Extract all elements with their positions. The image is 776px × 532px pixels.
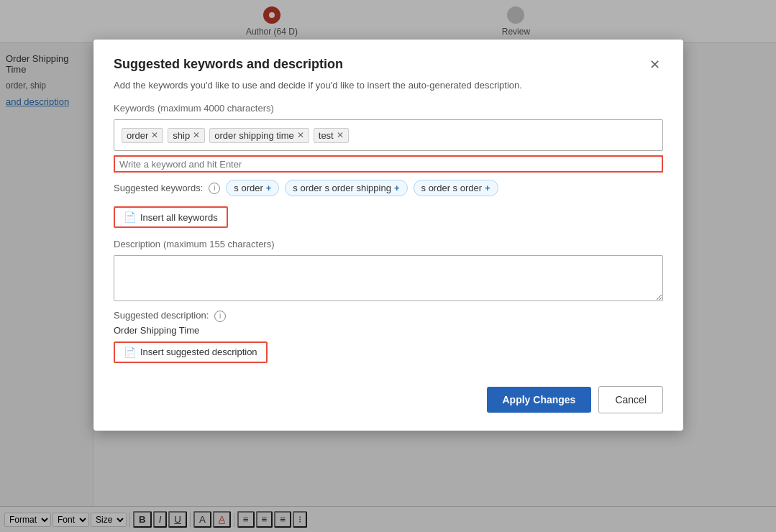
suggested-keyword-2[interactable]: s order s order shipping + [285, 180, 407, 196]
tag-test-label: test [319, 130, 334, 141]
tag-test: test ✕ [314, 128, 349, 143]
modal-subtitle: Add the keywords you'd like to use and d… [114, 80, 663, 91]
suggested-keyword-2-plus-icon: + [394, 183, 400, 193]
tag-ship: ship ✕ [168, 128, 205, 143]
suggested-keywords-info-icon[interactable]: i [209, 183, 220, 194]
modal-header: Suggested keywords and description ✕ [114, 57, 663, 73]
modal-footer: Apply Changes Cancel [114, 386, 663, 413]
tag-ship-remove[interactable]: ✕ [193, 131, 200, 139]
tag-order-shipping-time: order shipping time ✕ [209, 128, 309, 143]
suggested-keyword-3[interactable]: s order s order + [414, 180, 498, 196]
insert-suggested-description-button[interactable]: 📄 Insert suggested description [114, 341, 268, 363]
suggested-keywords-label: Suggested keywords: [114, 183, 203, 193]
modal-dialog: Suggested keywords and description ✕ Add… [93, 40, 683, 431]
tag-order-shipping-time-remove[interactable]: ✕ [297, 131, 304, 139]
insert-suggested-icon: 📄 [124, 347, 136, 358]
description-textarea[interactable] [114, 255, 663, 301]
tag-order-label: order [127, 130, 148, 141]
suggested-description-label: Suggested description: [114, 310, 209, 321]
tag-order-shipping-time-label: order shipping time [214, 130, 294, 141]
tag-ship-label: ship [173, 130, 190, 141]
cancel-button[interactable]: Cancel [598, 386, 663, 413]
suggested-keyword-1-plus-icon: + [266, 183, 272, 193]
suggested-description-row: Suggested description: i [114, 309, 663, 322]
insert-all-label: Insert all keywords [140, 212, 218, 223]
tag-order-remove[interactable]: ✕ [151, 131, 158, 139]
suggested-description-info-icon[interactable]: i [214, 311, 226, 322]
suggested-description-text: Order Shipping Time [114, 325, 663, 336]
suggested-keywords-row: Suggested keywords: i s order + s order … [114, 180, 663, 196]
modal-title: Suggested keywords and description [114, 57, 343, 72]
keyword-input-wrapper[interactable] [114, 155, 663, 173]
suggested-keyword-1-label: s order [234, 183, 263, 193]
suggested-keyword-3-plus-icon: + [485, 183, 490, 193]
apply-changes-button[interactable]: Apply Changes [487, 387, 592, 413]
suggested-keyword-1[interactable]: s order + [226, 180, 279, 196]
insert-all-icon: 📄 [124, 211, 136, 223]
keywords-label: Keywords (maximum 4000 characters) [114, 102, 663, 114]
modal-close-button[interactable]: ✕ [647, 57, 663, 73]
tag-test-remove[interactable]: ✕ [337, 131, 344, 139]
tag-order: order ✕ [122, 128, 163, 143]
suggested-keyword-3-label: s order s order [421, 183, 483, 193]
insert-all-keywords-button[interactable]: 📄 Insert all keywords [114, 206, 228, 228]
description-label: Description (maximum 155 characters) [114, 238, 663, 249]
suggested-keyword-2-label: s order s order shipping [293, 183, 391, 193]
keyword-input[interactable] [119, 159, 263, 170]
tags-container[interactable]: order ✕ ship ✕ order shipping time ✕ tes… [114, 119, 663, 151]
insert-suggested-label: Insert suggested description [140, 347, 257, 357]
